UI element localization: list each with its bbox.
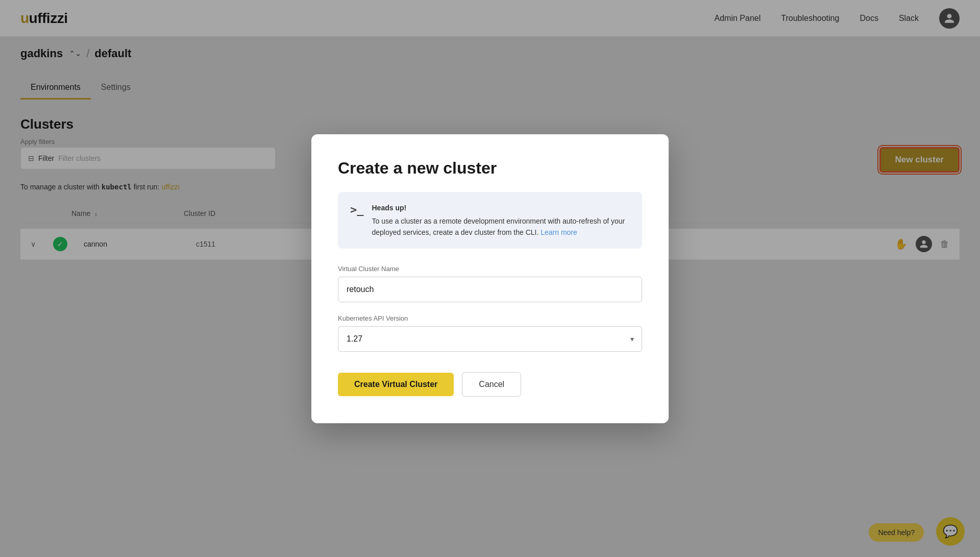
terminal-icon: >_ [350,203,364,238]
api-version-select[interactable]: 1.27 1.26 1.25 [338,326,642,352]
modal-title: Create a new cluster [338,158,642,177]
cluster-name-label: Virtual Cluster Name [338,265,642,273]
create-cluster-modal: Create a new cluster >_ Heads up! To use… [311,134,669,423]
info-box-text: Heads up! To use a cluster as a remote d… [372,202,630,238]
api-version-wrapper: 1.27 1.26 1.25 ▾ [338,326,642,352]
learn-more-link[interactable]: Learn more [541,228,577,236]
cancel-button[interactable]: Cancel [462,372,521,397]
create-cluster-button[interactable]: Create Virtual Cluster [338,373,454,396]
info-box: >_ Heads up! To use a cluster as a remot… [338,191,642,248]
modal-actions: Create Virtual Cluster Cancel [338,372,642,397]
api-version-label: Kubernetes API Version [338,314,642,322]
cluster-name-input[interactable] [338,277,642,302]
